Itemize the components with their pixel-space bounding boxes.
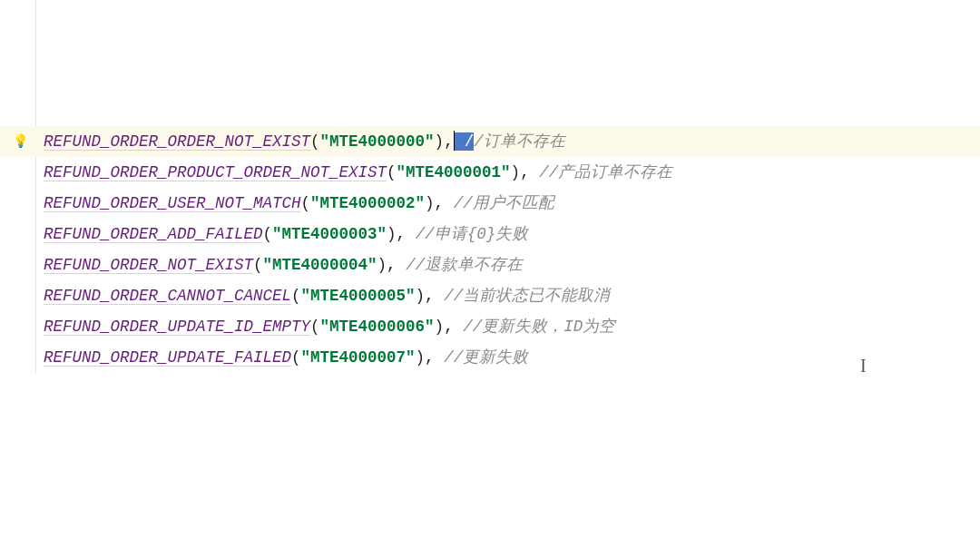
paren-open: ( [310,132,320,151]
paren-close: ) [416,287,426,305]
string-literal: "MTE4000004" [263,256,377,274]
punct: , [425,287,444,305]
enum-constant: REFUND_ORDER_CANNOT_CANCEL [44,287,291,305]
paren-close: ) [425,194,435,212]
punct: , [397,225,416,243]
enum-constant: REFUND_ORDER_USER_NOT_MATCH [44,194,301,212]
paren-close: ) [435,132,445,151]
comment: //当前状态已不能取消 [444,287,610,305]
code-line[interactable]: REFUND_ORDER_ADD_FAILED("MTE4000003"), /… [0,219,980,249]
text-caret-icon: I [860,356,867,373]
paren-open: ( [301,194,311,212]
enum-constant: REFUND_ORDER_UPDATE_ID_EMPTY [44,318,310,336]
string-literal: "MTE4000001" [397,163,511,181]
punct: , [444,132,454,151]
paren-close: ) [387,225,397,243]
code-line[interactable]: REFUND_ORDER_USER_NOT_MATCH("MTE4000002"… [0,188,980,219]
paren-close: ) [377,256,387,274]
string-literal: "MTE4000006" [320,318,435,336]
paren-open: ( [253,256,263,274]
code-line[interactable]: REFUND_ORDER_CANNOT_CANCEL("MTE4000005")… [0,280,980,311]
paren-open: ( [291,348,301,367]
comment: //用户不匹配 [454,194,554,212]
comment: //申请{0}失败 [416,225,529,243]
string-literal: "MTE4000002" [310,194,425,212]
punct: , [435,194,454,212]
comment: //产品订单不存在 [539,163,672,181]
paren-close: ) [416,348,426,367]
enum-constant: REFUND_ORDER_UPDATE_FAILED [44,348,291,367]
enum-constant: REFUND_ORDER_ADD_FAILED [44,225,263,243]
comment: //更新失败，ID为空 [463,318,615,336]
enum-constant: REFUND_ORDER_ORDER_NOT_EXIST [44,132,310,151]
code-editor[interactable]: REFUND_ORDER_ORDER_NOT_EXIST("MTE4000000… [0,0,980,373]
paren-open: ( [310,318,320,336]
string-literal: "MTE4000007" [301,348,416,367]
punct: , [444,318,463,336]
selection: / [455,132,474,151]
punct: , [387,256,406,274]
paren-open: ( [263,225,273,243]
punct: , [520,163,539,181]
paren-close: ) [435,318,445,336]
code-line[interactable]: REFUND_ORDER_ORDER_NOT_EXIST("MTE4000000… [0,126,980,157]
code-line[interactable]: REFUND_ORDER_NOT_EXIST("MTE4000004"), //… [0,249,980,280]
paren-close: ) [511,163,521,181]
enum-constant: REFUND_ORDER_PRODUCT_ORDER_NOT_EXIST [44,163,387,181]
comment: //退款单不存在 [406,256,523,274]
punct: , [425,348,444,367]
enum-constant: REFUND_ORDER_NOT_EXIST [44,256,253,274]
code-line[interactable]: REFUND_ORDER_PRODUCT_ORDER_NOT_EXIST("MT… [0,157,980,188]
string-literal: "MTE4000003" [272,225,387,243]
string-literal: "MTE4000005" [301,287,416,305]
string-literal: "MTE4000000" [320,132,435,151]
code-line[interactable]: REFUND_ORDER_UPDATE_FAILED("MTE4000007")… [0,342,980,373]
comment: /订单不存在 [474,132,565,151]
code-line[interactable]: REFUND_ORDER_UPDATE_ID_EMPTY("MTE4000006… [0,311,980,342]
paren-open: ( [387,163,397,181]
comment: //更新失败 [444,348,528,367]
paren-open: ( [291,287,301,305]
